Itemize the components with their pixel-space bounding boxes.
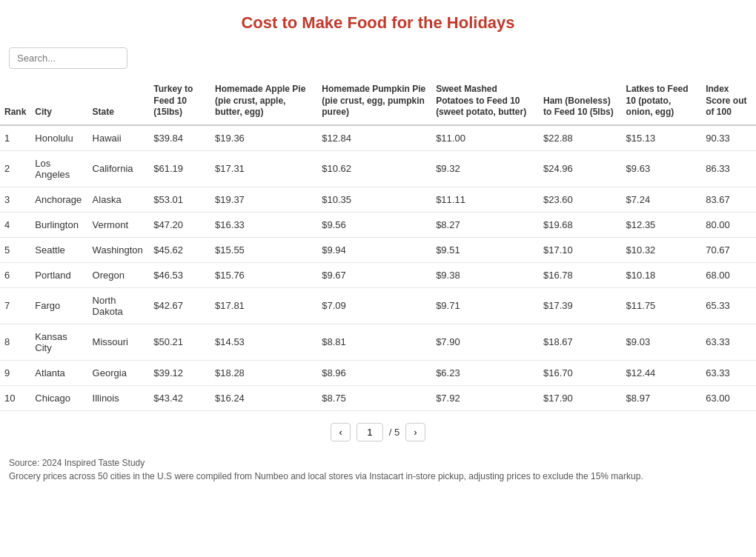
cell-state: Hawaii: [88, 125, 150, 151]
cell-index: 83.67: [701, 187, 756, 212]
cell-turkey: $39.84: [149, 125, 210, 151]
cell-sweet_potatoes: $7.92: [431, 385, 539, 410]
col-header-index: Index Score out of 100: [701, 78, 756, 125]
cell-index: 63.33: [701, 360, 756, 385]
cell-rank: 6: [0, 262, 30, 287]
cell-rank: 3: [0, 187, 30, 212]
prev-page-button[interactable]: ‹: [331, 423, 350, 441]
cell-latkes: $8.97: [622, 385, 702, 410]
cell-index: 63.00: [701, 385, 756, 410]
cell-apple_pie: $17.81: [210, 287, 317, 324]
cell-index: 86.33: [701, 150, 756, 187]
cell-city: Anchorage: [30, 187, 87, 212]
cell-latkes: $9.63: [622, 150, 702, 187]
cell-state: Washington: [88, 237, 150, 262]
cell-pumpkin_pie: $9.56: [317, 212, 431, 237]
cell-city: Atlanta: [30, 360, 87, 385]
cell-city: Honolulu: [30, 125, 87, 151]
cell-latkes: $12.44: [622, 360, 702, 385]
table-header: RankCityStateTurkey to Feed 10 (15lbs)Ho…: [0, 78, 756, 125]
cell-ham: $17.10: [539, 237, 622, 262]
cell-latkes: $11.75: [622, 287, 702, 324]
cell-turkey: $45.62: [149, 237, 210, 262]
cell-ham: $23.60: [539, 187, 622, 212]
cell-rank: 5: [0, 237, 30, 262]
cell-ham: $18.67: [539, 324, 622, 360]
cell-sweet_potatoes: $6.23: [431, 360, 539, 385]
cell-ham: $17.39: [539, 287, 622, 324]
cell-ham: $16.78: [539, 262, 622, 287]
cell-pumpkin_pie: $7.09: [317, 287, 431, 324]
cell-rank: 9: [0, 360, 30, 385]
cell-ham: $24.96: [539, 150, 622, 187]
cell-state: North Dakota: [88, 287, 150, 324]
page-number-input[interactable]: [357, 423, 383, 441]
source-label: Source: 2024 Inspired Taste Study: [0, 453, 756, 471]
cell-rank: 10: [0, 385, 30, 410]
cell-apple_pie: $16.24: [210, 385, 317, 410]
table-row: 10ChicagoIllinois$43.42$16.24$8.75$7.92$…: [0, 385, 756, 410]
cell-apple_pie: $16.33: [210, 212, 317, 237]
cell-ham: $16.70: [539, 360, 622, 385]
cell-state: Illinois: [88, 385, 150, 410]
table-row: 2Los AngelesCalifornia$61.19$17.31$10.62…: [0, 150, 756, 187]
cell-city: Chicago: [30, 385, 87, 410]
cell-pumpkin_pie: $10.62: [317, 150, 431, 187]
cell-apple_pie: $15.76: [210, 262, 317, 287]
pagination: ‹ / 5 ›: [0, 411, 756, 453]
cell-city: Portland: [30, 262, 87, 287]
cell-pumpkin_pie: $12.84: [317, 125, 431, 151]
cell-apple_pie: $19.36: [210, 125, 317, 151]
col-header-ham: Ham (Boneless) to Feed 10 (5lbs): [539, 78, 622, 125]
cell-state: Alaska: [88, 187, 150, 212]
cell-rank: 1: [0, 125, 30, 151]
cell-apple_pie: $19.37: [210, 187, 317, 212]
cell-sweet_potatoes: $11.00: [431, 125, 539, 151]
cell-apple_pie: $17.31: [210, 150, 317, 187]
cell-turkey: $39.12: [149, 360, 210, 385]
cell-apple_pie: $15.55: [210, 237, 317, 262]
cell-pumpkin_pie: $8.96: [317, 360, 431, 385]
table-row: 1HonoluluHawaii$39.84$19.36$12.84$11.00$…: [0, 125, 756, 151]
cell-state: Georgia: [88, 360, 150, 385]
table-row: 4BurlingtonVermont$47.20$16.33$9.56$8.27…: [0, 212, 756, 237]
col-header-city: City: [30, 78, 87, 125]
cell-sweet_potatoes: $9.32: [431, 150, 539, 187]
col-header-latkes: Latkes to Feed 10 (potato, onion, egg): [622, 78, 702, 125]
cell-sweet_potatoes: $9.38: [431, 262, 539, 287]
total-pages-label: / 5: [389, 427, 399, 438]
cell-index: 80.00: [701, 212, 756, 237]
table-row: 5SeattleWashington$45.62$15.55$9.94$9.51…: [0, 237, 756, 262]
cell-pumpkin_pie: $10.35: [317, 187, 431, 212]
cell-ham: $17.90: [539, 385, 622, 410]
cell-pumpkin_pie: $8.81: [317, 324, 431, 360]
cell-city: Los Angeles: [30, 150, 87, 187]
cell-rank: 4: [0, 212, 30, 237]
cell-latkes: $9.03: [622, 324, 702, 360]
cell-turkey: $46.53: [149, 262, 210, 287]
table-row: 7FargoNorth Dakota$42.67$17.81$7.09$9.71…: [0, 287, 756, 324]
col-header-sweet_potatoes: Sweet Mashed Potatoes to Feed 10 (sweet …: [431, 78, 539, 125]
table-body: 1HonoluluHawaii$39.84$19.36$12.84$11.00$…: [0, 125, 756, 411]
cell-turkey: $42.67: [149, 287, 210, 324]
table-row: 3AnchorageAlaska$53.01$19.37$10.35$11.11…: [0, 187, 756, 212]
cell-apple_pie: $18.28: [210, 360, 317, 385]
table-row: 8Kansas CityMissouri$50.21$14.53$8.81$7.…: [0, 324, 756, 360]
cell-index: 70.67: [701, 237, 756, 262]
table-row: 6PortlandOregon$46.53$15.76$9.67$9.38$16…: [0, 262, 756, 287]
col-header-pumpkin_pie: Homemade Pumpkin Pie (pie crust, egg, pu…: [317, 78, 431, 125]
col-header-rank: Rank: [0, 78, 30, 125]
cell-index: 65.33: [701, 287, 756, 324]
cell-latkes: $15.13: [622, 125, 702, 151]
col-header-turkey: Turkey to Feed 10 (15lbs): [149, 78, 210, 125]
cell-city: Fargo: [30, 287, 87, 324]
search-input[interactable]: [9, 47, 127, 69]
cell-rank: 7: [0, 287, 30, 324]
next-page-button[interactable]: ›: [405, 423, 425, 441]
cell-state: Vermont: [88, 212, 150, 237]
cell-city: Seattle: [30, 237, 87, 262]
cell-turkey: $43.42: [149, 385, 210, 410]
cell-latkes: $10.18: [622, 262, 702, 287]
cell-turkey: $47.20: [149, 212, 210, 237]
cell-apple_pie: $14.53: [210, 324, 317, 360]
